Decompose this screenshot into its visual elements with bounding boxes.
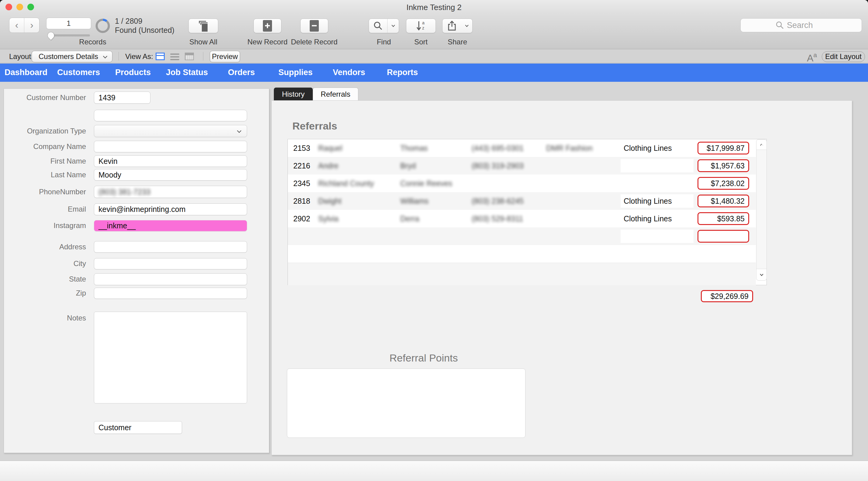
sort-az-icon: a z — [416, 20, 426, 31]
nav-item-orders[interactable]: Orders — [228, 68, 255, 77]
referrals-total-field: $29,269.69 — [701, 290, 753, 302]
organization-type-label: Organization Type — [10, 127, 86, 135]
record-slider-track[interactable] — [49, 34, 90, 36]
show-all-button[interactable] — [188, 19, 218, 33]
zip-field[interactable] — [94, 288, 247, 299]
chevron-down-icon — [237, 129, 241, 133]
last-name-field[interactable]: Moody — [94, 169, 247, 181]
referral-points-field[interactable] — [287, 368, 525, 438]
preview-button[interactable]: Preview — [210, 51, 240, 62]
view-form-button[interactable] — [156, 53, 165, 60]
layout-navigation-bar: Dashboard Customers Products Job Status … — [0, 64, 868, 82]
referral-amount-field[interactable]: $593.85 — [698, 212, 749, 225]
text-formatting-icon[interactable]: Aa — [807, 51, 817, 64]
found-set-pie-icon[interactable] — [94, 17, 111, 34]
notes-label: Notes — [10, 314, 86, 322]
company-name-field[interactable] — [94, 141, 247, 152]
nav-item-supplies[interactable]: Supplies — [278, 68, 313, 77]
quick-search-field[interactable] — [740, 18, 862, 32]
view-list-button[interactable] — [170, 54, 179, 62]
referral-amount-field[interactable]: $17,999.87 — [698, 142, 749, 154]
state-field[interactable] — [94, 273, 247, 285]
unlabeled-field[interactable] — [94, 110, 247, 121]
records-label: Records — [70, 38, 116, 46]
found-count-text: 1 / 2809 Found (Unsorted) — [115, 17, 175, 35]
find-dropdown-arrow[interactable] — [388, 25, 399, 26]
new-record-plus-icon — [262, 20, 272, 32]
delete-record-button[interactable] — [300, 19, 328, 33]
notes-field[interactable] — [94, 312, 247, 403]
nav-item-customers[interactable]: Customers — [57, 68, 100, 77]
window-footer — [0, 461, 868, 481]
status-toolbar: ‹ › 1 1 / 2809 Found (Unsorted) Records … — [0, 14, 868, 49]
delete-record-minus-icon — [309, 20, 319, 32]
first-name-field[interactable]: Kevin — [94, 155, 247, 167]
view-as-label: View As: — [125, 52, 153, 61]
product-field[interactable]: Clothing Lines — [621, 141, 693, 155]
referral-row[interactable]: 2902 Sylvia Derra (803) 529-8311 Clothin… — [288, 210, 756, 228]
referral-amount-field[interactable] — [698, 230, 749, 243]
sort-label: Sort — [406, 38, 436, 46]
referral-row[interactable]: 2345 Richland County Connie Reeves $7,23… — [288, 175, 756, 192]
referral-points-heading: Referral Points — [333, 352, 515, 364]
share-button[interactable] — [442, 19, 473, 33]
address-field[interactable] — [94, 241, 247, 253]
customer-type-field[interactable]: Customer — [94, 421, 182, 434]
tab-referrals[interactable]: Referrals — [313, 88, 358, 101]
stacked-records-icon — [197, 19, 210, 33]
sort-button[interactable]: a z — [406, 19, 436, 33]
find-magnifier-icon — [374, 21, 383, 30]
svg-text:z: z — [422, 26, 424, 30]
referral-row-empty[interactable] — [288, 228, 756, 245]
city-field[interactable] — [94, 258, 247, 269]
product-field[interactable]: Clothing Lines — [621, 212, 693, 225]
customer-number-label: Customer Number — [10, 93, 86, 102]
edit-layout-button[interactable]: Edit Layout — [822, 51, 865, 62]
referrals-portal: 2153 Raquel Thomas (443) 695-0301 DMR Fa… — [287, 139, 767, 285]
customer-number-field[interactable]: 1439 — [94, 92, 150, 104]
window-title: Inkme Testing 2 — [0, 3, 868, 12]
tab-history[interactable]: History — [274, 88, 313, 101]
referral-amount-field[interactable]: $7,238.02 — [698, 177, 749, 190]
company-name-label: Company Name — [10, 142, 86, 151]
city-label: City — [10, 259, 86, 268]
svg-text:a: a — [422, 20, 425, 25]
nav-item-dashboard[interactable]: Dashboard — [5, 68, 48, 77]
share-icon — [447, 21, 457, 31]
referral-row[interactable]: 2216 Andre Bryd (803) 319-2903 $1,957.63 — [288, 157, 756, 175]
nav-item-vendors[interactable]: Vendors — [333, 68, 365, 77]
new-record-button[interactable] — [253, 19, 281, 33]
view-table-button[interactable] — [185, 53, 194, 60]
search-input[interactable] — [787, 21, 826, 30]
phone-number-field[interactable]: (803) 381-7233 — [94, 186, 247, 198]
find-button[interactable] — [369, 19, 399, 33]
referral-row[interactable]: 2818 Dwight Williams (803) 238-6245 Clot… — [288, 192, 756, 210]
referral-amount-field[interactable]: $1,957.63 — [698, 159, 749, 172]
organization-type-dropdown[interactable] — [94, 125, 247, 137]
nav-item-reports[interactable]: Reports — [387, 68, 418, 77]
scroll-up-button[interactable] — [756, 140, 767, 150]
referral-amount-field[interactable]: $1,480.32 — [698, 194, 749, 207]
email-field[interactable]: kevin@inkmeprinting.com — [94, 203, 247, 215]
last-name-label: Last Name — [10, 171, 86, 179]
product-field[interactable] — [621, 159, 693, 172]
record-slider-thumb[interactable] — [46, 30, 56, 40]
previous-record-button[interactable]: ‹ — [9, 18, 24, 33]
scroll-down-button[interactable] — [756, 269, 767, 280]
record-navigation: ‹ › — [9, 18, 39, 33]
nav-item-products[interactable]: Products — [115, 68, 151, 77]
referral-row[interactable]: 2153 Raquel Thomas (443) 695-0301 DMR Fa… — [288, 139, 756, 157]
current-record-field[interactable]: 1 — [46, 18, 91, 29]
share-dropdown-arrow[interactable] — [461, 25, 472, 26]
product-field[interactable] — [621, 230, 693, 243]
product-field[interactable]: Clothing Lines — [621, 194, 693, 208]
layout-bar: Layout: Customers Details View As: Previ… — [0, 50, 868, 63]
next-record-button[interactable]: › — [24, 18, 39, 33]
nav-item-job-status[interactable]: Job Status — [166, 68, 208, 77]
record-content-area: Customer Number 1439 Organization Type C… — [0, 82, 868, 461]
layout-label: Layout: — [9, 52, 33, 61]
find-label: Find — [369, 38, 399, 46]
layout-selector-dropdown[interactable]: Customers Details — [32, 51, 113, 62]
portal-scrollbar[interactable] — [756, 139, 767, 281]
instagram-field[interactable]: __inkme__ — [94, 220, 247, 231]
